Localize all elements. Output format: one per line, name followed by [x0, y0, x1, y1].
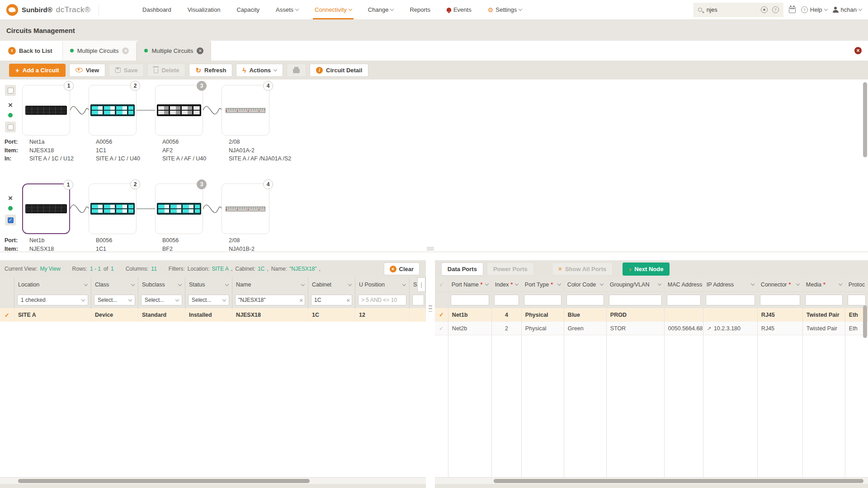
index-filter-input[interactable] — [494, 295, 519, 305]
node-card-1-selected[interactable]: 1 — [22, 183, 70, 234]
search-options-icon[interactable] — [761, 6, 768, 13]
clear-filter-icon[interactable]: × — [346, 297, 350, 303]
column-header-mac-address[interactable]: MAC Address — [665, 277, 703, 292]
cell-connector[interactable]: RJ45 — [758, 308, 802, 322]
cell-color-code[interactable]: Blue — [564, 308, 606, 322]
filter-location[interactable]: 1 checked — [14, 292, 91, 308]
node-card-3[interactable]: 3 — [155, 85, 203, 136]
nav-item-capacity[interactable]: Capacity — [236, 0, 259, 19]
actions-button[interactable]: ϟ Actions — [236, 64, 283, 77]
tab-multiple-circuits-2[interactable]: Multiple Circuits × — [137, 41, 211, 61]
connector-filter-input[interactable] — [760, 295, 800, 305]
column-header-u-position[interactable]: U Position — [355, 277, 410, 292]
column-header-class[interactable]: Class — [91, 277, 138, 292]
node-card-3[interactable]: 3 — [155, 183, 203, 234]
nav-item-events[interactable]: Events — [447, 0, 472, 19]
cabinet-filter-input[interactable] — [311, 295, 352, 305]
media-filter-input[interactable] — [805, 295, 843, 305]
panel-splitter[interactable] — [426, 260, 435, 488]
cell-index[interactable]: 4 — [492, 308, 521, 322]
nav-item-dashboard[interactable]: Dashboard — [142, 0, 171, 19]
print-button[interactable] — [287, 64, 306, 77]
column-header-subclass[interactable]: Subclass — [138, 277, 185, 292]
splitter-handle[interactable] — [427, 247, 434, 250]
circuit-detail-button[interactable]: i Circuit Detail — [310, 64, 368, 77]
tab-multiple-circuits-1[interactable]: Multiple Circuits × — [62, 41, 137, 61]
ports-horizontal-scrollbar[interactable] — [435, 477, 868, 484]
cell-index[interactable]: 2 — [492, 322, 521, 335]
column-header-port-name[interactable]: Port Name* — [448, 277, 491, 292]
column-header-status[interactable]: Status — [185, 277, 232, 292]
user-menu[interactable]: hchan — [833, 6, 862, 13]
cell-mac[interactable]: 0050.5664.68... — [665, 322, 703, 335]
remove-circuit-icon[interactable]: × — [8, 101, 13, 109]
column-header-connector[interactable]: Connector* — [758, 277, 802, 292]
port-type-filter-input[interactable] — [524, 295, 561, 305]
nav-item-connectivity[interactable]: Connectivity — [315, 0, 352, 19]
row-check[interactable]: ✓ — [0, 308, 14, 322]
ports-vertical-scrollbar[interactable] — [863, 277, 867, 477]
column-header-grouping-vlan[interactable]: Grouping/VLAN — [607, 277, 664, 292]
cell-mac[interactable] — [665, 308, 703, 322]
next-node-button[interactable]: ›Next Node — [623, 263, 670, 276]
column-header-location[interactable]: Location — [14, 277, 91, 292]
cell-port-type[interactable]: Physical — [522, 308, 564, 322]
search-input[interactable] — [707, 6, 756, 13]
search-help-icon[interactable]: ? — [772, 6, 779, 13]
ip-filter-input[interactable] — [706, 295, 755, 305]
nav-item-visualization[interactable]: Visualization — [188, 0, 221, 19]
cell-grouping[interactable]: PROD — [607, 308, 664, 322]
row-check[interactable]: ✓ — [435, 322, 448, 335]
items-horizontal-scrollbar[interactable] — [0, 477, 426, 484]
column-header-color-code[interactable]: Color Code — [564, 277, 606, 292]
filter-status[interactable]: Select... — [185, 292, 232, 308]
cell-color-code[interactable]: Green — [564, 322, 606, 335]
close-icon[interactable]: × — [197, 47, 203, 54]
grouping-filter-input[interactable] — [609, 295, 662, 305]
column-header-ip-address[interactable]: IP Address — [703, 277, 757, 292]
row-check[interactable]: ✓ — [435, 308, 448, 322]
delete-button[interactable]: Delete — [147, 64, 185, 77]
back-to-list-button[interactable]: ‹ Back to List — [0, 41, 62, 61]
port-name-filter-input[interactable] — [451, 295, 489, 305]
column-header-port-type[interactable]: Port Type* — [522, 277, 564, 292]
slot-filter-input[interactable] — [412, 295, 424, 305]
mac-filter-input[interactable] — [667, 295, 701, 305]
power-ports-button[interactable]: Power Ports — [487, 263, 534, 276]
splitter-handle[interactable] — [429, 305, 432, 312]
column-menu-icon[interactable]: ⋮ — [417, 277, 425, 292]
column-header-cabinet[interactable]: Cabinet — [308, 277, 355, 292]
scrollbar-thumb[interactable] — [494, 479, 863, 483]
nav-item-settings[interactable]: ⚙Settings — [488, 0, 522, 19]
filter-subclass[interactable]: Select... — [138, 292, 185, 308]
color-code-filter-input[interactable] — [566, 295, 604, 305]
cell-port-name[interactable]: Net1b — [448, 308, 491, 322]
close-icon[interactable]: × — [122, 47, 129, 54]
view-button[interactable]: View — [69, 64, 105, 77]
cell-grouping[interactable]: STOR — [607, 322, 664, 335]
nav-item-assets[interactable]: Assets — [276, 0, 298, 19]
cell-port-type[interactable]: Physical — [522, 322, 564, 335]
u-position-filter-input[interactable] — [358, 295, 406, 305]
circuit-checkbox[interactable] — [8, 124, 14, 130]
remove-circuit-icon[interactable]: × — [8, 194, 13, 202]
scrollbar-thumb[interactable] — [18, 479, 310, 483]
scrollbar-thumb[interactable] — [863, 82, 867, 157]
node-card-4[interactable]: 4 — [222, 183, 269, 234]
node-card-1[interactable]: 1 — [22, 85, 70, 136]
close-panel-icon[interactable]: × — [854, 47, 862, 54]
node-card-2[interactable]: 2 — [89, 85, 137, 136]
select-all-column[interactable] — [0, 277, 14, 292]
add-circuit-button[interactable]: + Add a Circuit — [9, 64, 66, 77]
circuit-checkbox-checked[interactable] — [8, 217, 14, 223]
data-ports-button[interactable]: Data Ports — [441, 263, 483, 276]
filter-class[interactable]: Select... — [91, 292, 138, 308]
save-button[interactable]: Save — [109, 64, 144, 77]
clear-filter-icon[interactable]: × — [299, 297, 303, 303]
diagram-vertical-scrollbar[interactable] — [863, 81, 867, 249]
nav-item-reports[interactable]: Reports — [410, 0, 430, 19]
refresh-button[interactable]: ↻ Refresh — [189, 64, 232, 77]
table-row[interactable]: ✓ SITE A Device Standard Installed NJESX… — [0, 308, 426, 322]
current-view-value[interactable]: My View — [40, 266, 60, 272]
cell-media[interactable]: Twisted Pair — [803, 308, 845, 322]
